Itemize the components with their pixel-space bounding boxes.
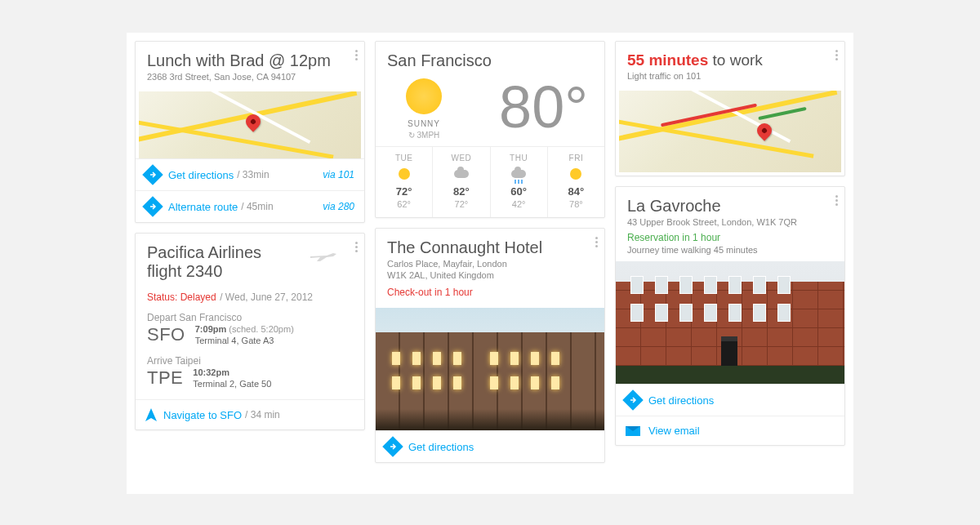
depart-details: 7:09pm (sched. 5:20pm) Terminal 4, Gate … — [195, 323, 294, 347]
weather-wind: ↻ 3MPH — [408, 131, 440, 140]
directions-icon — [142, 164, 163, 185]
forecast-row: TUE 72°62° WED 82°72° THU 60°42° — [376, 146, 604, 217]
overflow-menu-icon[interactable] — [835, 195, 838, 206]
commute-card: 55 minutes to work Light traffic on 101 — [615, 41, 845, 176]
navigate-link[interactable]: Navigate to SFO / 34 min — [136, 399, 364, 429]
weather-temp: 80° — [499, 78, 588, 136]
checkout-note: Check-out in 1 hour — [387, 287, 593, 298]
forecast-day: THU 60°42° — [490, 147, 547, 217]
weather-condition: SUNNY — [408, 119, 440, 128]
get-directions-link[interactable]: Get directions / 33min via 101 — [136, 158, 364, 190]
commute-map[interactable] — [619, 91, 841, 172]
alternate-route-link[interactable]: Alternate route / 45min via 280 — [136, 190, 364, 222]
restaurant-title: La Gavroche — [627, 197, 833, 216]
arrive-code: TPE — [147, 367, 183, 389]
commute-sub: Light traffic on 101 — [627, 71, 833, 81]
arrive-details: 10:32pm Terminal 2, Gate 50 — [193, 367, 271, 390]
alt-route-time: / 45min — [241, 201, 273, 212]
hotel-address-1: Carlos Place, Mayfair, London — [387, 259, 593, 269]
directions-via: via 101 — [323, 169, 354, 180]
sun-icon — [399, 168, 410, 180]
forecast-day: FRI 84°78° — [547, 147, 604, 217]
lunch-map[interactable] — [139, 91, 361, 158]
cards-board: Lunch with Brad @ 12pm 2368 3rd Street, … — [127, 33, 853, 494]
overflow-menu-icon[interactable] — [835, 50, 838, 60]
hotel-title: The Connaught Hotel — [387, 238, 593, 257]
get-directions-link[interactable]: Get directions — [616, 384, 844, 416]
restaurant-address: 43 Upper Brook Street, London, W1K 7QR — [627, 217, 833, 227]
alt-route-via: via 280 — [323, 201, 354, 212]
get-directions-link[interactable]: Get directions — [376, 430, 604, 462]
directions-label: Get directions — [648, 394, 714, 407]
directions-icon — [382, 436, 403, 456]
reservation-note: Reservation in 1 hour — [627, 232, 833, 243]
hotel-address-2: W1K 2AL, United Kingdom — [387, 270, 593, 280]
weather-card: San Francisco SUNNY ↻ 3MPH 80° TUE — [375, 41, 605, 218]
mail-icon — [626, 426, 640, 436]
hotel-card: The Connaught Hotel Carlos Place, Mayfai… — [375, 228, 605, 463]
directions-time: / 33min — [237, 169, 269, 180]
journey-note: Journey time walking 45 minutes — [627, 245, 833, 255]
airplane-icon — [309, 245, 338, 265]
commute-title: 55 minutes to work — [627, 51, 833, 69]
directions-label: Get directions — [168, 169, 234, 181]
overflow-menu-icon[interactable] — [355, 50, 358, 60]
directions-label: Get directions — [408, 441, 474, 453]
depart-code: SFO — [147, 324, 185, 345]
flight-status: Status: Delayed — [147, 291, 216, 303]
view-email-label: View email — [648, 425, 700, 437]
lunch-title: Lunch with Brad @ 12pm — [147, 51, 353, 70]
directions-icon — [142, 196, 163, 216]
hotel-photo — [376, 308, 604, 430]
rain-icon — [511, 170, 526, 178]
restaurant-card: La Gavroche 43 Upper Brook Street, Londo… — [615, 186, 845, 446]
overflow-menu-icon[interactable] — [595, 237, 598, 247]
lunch-address: 2368 3rd Street, San Jose, CA 94107 — [147, 72, 353, 82]
forecast-day: WED 82°72° — [432, 147, 489, 217]
lunch-card: Lunch with Brad @ 12pm 2368 3rd Street, … — [135, 41, 365, 223]
arrive-label: Arrive Taipei — [147, 355, 353, 367]
depart-label: Depart San Francisco — [147, 312, 353, 323]
sun-icon — [570, 168, 581, 180]
navigate-time: / 34 min — [245, 409, 280, 420]
weather-city: San Francisco — [387, 51, 593, 70]
restaurant-photo — [616, 261, 844, 384]
navigate-label: Navigate to SFO — [163, 409, 242, 421]
overflow-menu-icon[interactable] — [355, 242, 358, 252]
navigate-icon — [145, 408, 157, 421]
directions-icon — [622, 389, 643, 410]
flight-status-sep: / — [220, 291, 225, 303]
view-email-link[interactable]: View email — [616, 416, 844, 445]
flight-card: Pacifica Airlinesflight 2340 Status: Del… — [135, 233, 365, 430]
cloud-icon — [454, 170, 469, 178]
alt-route-label: Alternate route — [168, 201, 238, 213]
sun-icon — [406, 78, 442, 114]
forecast-day: TUE 72°62° — [376, 147, 432, 217]
flight-date: Wed, June 27, 2012 — [225, 291, 313, 303]
